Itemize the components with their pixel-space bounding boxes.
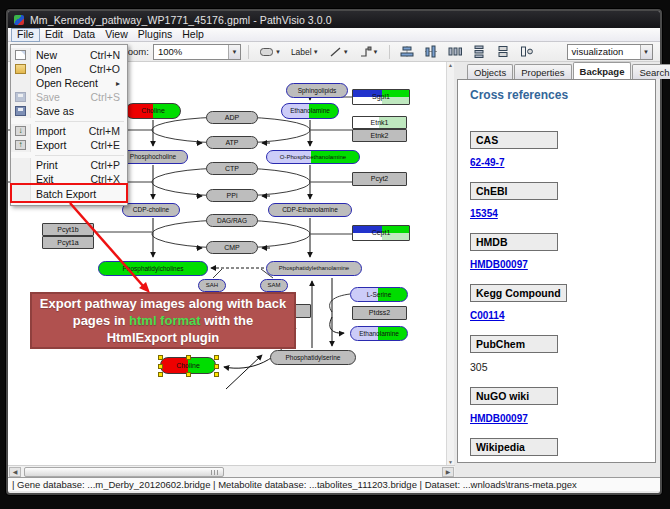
line-icon <box>329 46 342 58</box>
file-menu-item-batch-export[interactable]: Batch Export <box>11 186 127 202</box>
tab-objects[interactable]: Objects <box>467 64 513 79</box>
metabolite-node-cdp-choline[interactable]: CDP-choline <box>122 203 180 217</box>
distribute-vertical-button[interactable] <box>469 43 489 61</box>
xref-section-wikipedia: WikipediaCholine <box>470 437 655 463</box>
selection-handle[interactable] <box>158 372 163 377</box>
selection-handle[interactable] <box>158 355 163 360</box>
file-menu-item-export[interactable]: ↑ExportCtrl+E <box>11 138 127 152</box>
toolbar-separator <box>389 45 390 59</box>
metabolite-node-sphingolipids[interactable]: Sphingolipids <box>286 83 348 98</box>
visualization-combobox[interactable]: visualization ▼ <box>567 44 653 60</box>
chevron-down-icon: ▼ <box>228 45 240 59</box>
gene-node-pcyt1b[interactable]: Pcyt1b <box>42 223 94 236</box>
scrollbar-thumb[interactable] <box>24 467 224 477</box>
menu-item-shortcut: Ctrl+E <box>91 139 127 151</box>
metabolite-node-dag-rag[interactable]: DAG/RAG <box>206 214 258 227</box>
metabolite-node-phosphocholine[interactable]: Phosphocholine <box>118 150 188 164</box>
align-vertical-center-icon <box>424 45 438 58</box>
metabolite-node-choline[interactable]: Choline <box>125 103 181 119</box>
scroll-left-icon[interactable]: ◀ <box>9 467 21 477</box>
metabolite-node-cdp-ethanolamine[interactable]: CDP-Ethanolamine <box>268 203 352 217</box>
xref-link-hmdb00097[interactable]: HMDB00097 <box>470 259 528 270</box>
scroll-right-icon[interactable]: ▶ <box>442 467 454 477</box>
distribute-horizontal-button[interactable] <box>445 43 465 61</box>
file-menu-item-exit[interactable]: ExitCtrl+X <box>11 172 127 186</box>
file-menu-item-open-recent[interactable]: Open Recent▸ <box>11 76 127 90</box>
cross-references-header: Cross references <box>470 88 655 102</box>
selection-handle[interactable] <box>214 372 219 377</box>
canvas-horizontal-scrollbar[interactable]: ◀ ▶ <box>8 465 455 477</box>
xref-source-name: CAS <box>470 131 558 149</box>
file-menu-item-import[interactable]: ↓ImportCtrl+M <box>11 124 127 138</box>
menu-item-label: Export <box>31 139 91 151</box>
gene-node-etnk1[interactable]: Etnk1 <box>352 116 407 129</box>
datanode-tool-button[interactable]: ▼ <box>256 43 284 61</box>
tab-search[interactable]: Search <box>632 64 670 79</box>
selection-handle[interactable] <box>158 364 163 369</box>
gene-node-etnk2[interactable]: Etnk2 <box>352 129 407 142</box>
layout-button[interactable] <box>517 43 537 61</box>
label-tool-button[interactable]: Label ▼ <box>288 43 322 61</box>
scroll-up-icon[interactable]: ▲ <box>448 62 453 68</box>
menu-plugins[interactable]: Plugins <box>133 28 177 41</box>
metabolite-node-sam[interactable]: SAM <box>260 279 288 292</box>
metabolite-node-l-serine[interactable]: L-Serine <box>350 287 408 302</box>
stack-button[interactable] <box>493 43 513 61</box>
metabolite-node-atp[interactable]: ATP <box>206 136 258 149</box>
metabolite-node-phosphatidylethanolamine[interactable]: Phosphatidylethanolamine <box>266 261 362 276</box>
chevron-down-icon: ▼ <box>313 49 319 55</box>
scrollbar-grip <box>211 470 219 475</box>
selection-handle[interactable] <box>214 355 219 360</box>
metabolite-node-sah[interactable]: SAH <box>198 279 226 292</box>
xref-source-name: ChEBI <box>470 182 558 200</box>
file-menu-item-open[interactable]: OpenCtrl+O <box>11 62 127 76</box>
window-title: Mm_Kennedy_pathway_WP1771_45176.gpml - P… <box>30 14 332 26</box>
zoom-value: 100% <box>154 46 228 57</box>
file-menu-item-print[interactable]: PrintCtrl+P <box>11 158 127 172</box>
file-menu-item-save-as[interactable]: Save as <box>11 104 127 118</box>
menu-data[interactable]: Data <box>68 28 100 41</box>
xref-link-15354[interactable]: 15354 <box>470 208 498 219</box>
metabolite-node-adp[interactable]: ADP <box>206 111 258 124</box>
zoom-combobox[interactable]: 100% ▼ <box>153 44 241 60</box>
metabolite-node-cmp[interactable]: CMP <box>206 241 258 254</box>
metabolite-node-ppi[interactable]: PPi <box>206 189 258 202</box>
gene-node-cept1[interactable]: Cept1 <box>352 225 410 241</box>
gene-node-sgpl1[interactable]: Sgpl1 <box>352 89 410 105</box>
titlebar[interactable]: Mm_Kennedy_pathway_WP1771_45176.gpml - P… <box>8 11 660 28</box>
metabolite-node-phosphatidylserine[interactable]: Phosphatidylserine <box>270 350 356 365</box>
metabolite-node-ctp[interactable]: CTP <box>206 162 258 175</box>
file-menu: NewCtrl+NOpenCtrl+OOpen Recent▸SaveCtrl+… <box>10 44 128 206</box>
menu-help[interactable]: Help <box>177 28 209 41</box>
xref-link-hmdb00097[interactable]: HMDB00097 <box>470 413 528 424</box>
metabolite-node-o-phosphoethanolamine[interactable]: O-Phosphoethanolamine <box>266 150 360 164</box>
selection-handle[interactable] <box>186 355 191 360</box>
menu-item-shortcut: Ctrl+S <box>91 91 127 103</box>
metabolite-node-choline[interactable]: Choline <box>160 357 216 374</box>
xref-link-c00114[interactable]: C00114 <box>470 310 504 321</box>
align-horizontal-center-button[interactable] <box>397 43 417 61</box>
icon-cell: ↑ <box>11 138 31 152</box>
xref-source-name: PubChem <box>470 335 558 353</box>
menu-edit[interactable]: Edit <box>40 28 68 41</box>
metabolite-node-ethanolamine[interactable]: Ethanolamine <box>350 326 408 341</box>
selection-handle[interactable] <box>214 364 219 369</box>
menu-view[interactable]: View <box>100 28 133 41</box>
xref-link-62-49-7[interactable]: 62-49-7 <box>470 157 504 168</box>
file-menu-item-new[interactable]: NewCtrl+N <box>11 48 127 62</box>
metabolite-node-ethanolamine[interactable]: Ethanolamine <box>281 103 339 119</box>
import-icon: ↓ <box>15 126 26 136</box>
gene-node-pcyt2[interactable]: Pcyt2 <box>352 172 407 186</box>
tab-properties[interactable]: Properties <box>514 64 571 79</box>
gene-node-pcyt1a[interactable]: Pcyt1a <box>42 236 94 249</box>
metabolite-node-phosphatidylcholines[interactable]: Phosphatidylcholines <box>98 261 208 276</box>
gene-node-ptdss2[interactable]: Ptdss2 <box>352 306 407 320</box>
menu-item-shortcut: Ctrl+M <box>89 125 127 137</box>
tab-backpage[interactable]: Backpage <box>573 62 632 79</box>
canvas-vertical-scrollbar[interactable]: ▲ ▼ <box>446 62 454 465</box>
align-vertical-center-button[interactable] <box>421 43 441 61</box>
connector-tool-button[interactable]: ▼ <box>356 43 382 61</box>
line-tool-button[interactable]: ▼ <box>326 43 352 61</box>
menu-file[interactable]: File <box>11 28 40 42</box>
selection-handle[interactable] <box>186 372 191 377</box>
